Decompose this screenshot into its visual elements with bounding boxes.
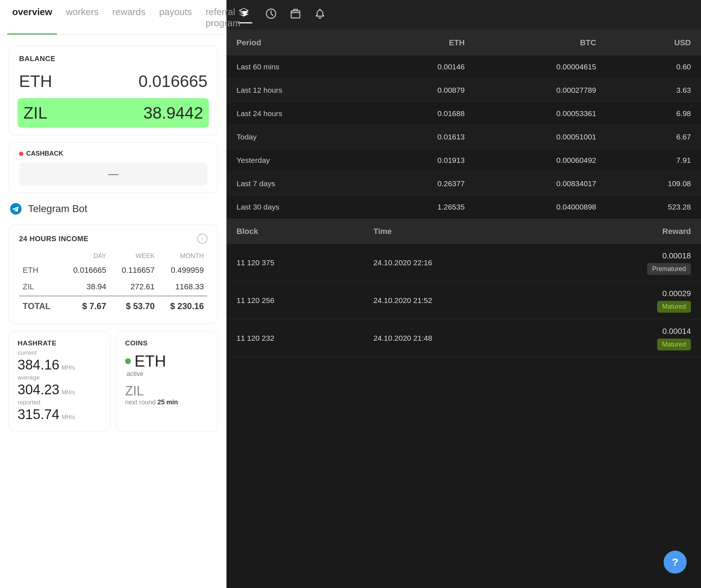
income-table: DAY WEEK MONTH ETH 0.016665 0.116657 0.4… — [19, 250, 207, 315]
blocks-section: Block Time Reward 11 120 375 24.10.2020 … — [226, 219, 701, 357]
eth-4: 0.01913 — [371, 149, 475, 172]
income-eth-week: 0.116657 — [110, 262, 159, 279]
tab-payouts[interactable]: payouts — [154, 0, 197, 35]
col-btc: BTC — [475, 30, 606, 55]
hashrate-average-label: average — [18, 374, 101, 381]
cashback-value: — — [19, 162, 207, 185]
eth-currency: ETH — [19, 72, 52, 91]
tab-overview[interactable]: overview — [7, 0, 57, 35]
eth-coin-status: active — [127, 370, 209, 378]
block-row-0: 11 120 375 24.10.2020 22:16 0.00018 Prem… — [226, 244, 701, 281]
usd-5: 109.08 — [606, 172, 701, 196]
zil-currency: ZIL — [23, 103, 47, 123]
tab-rewards[interactable]: rewards — [107, 0, 150, 35]
col-time: Time — [363, 219, 550, 244]
reward-status-2: Matured — [657, 339, 691, 350]
btc-2: 0.00053361 — [475, 102, 606, 125]
btc-5: 0.00834017 — [475, 172, 606, 196]
block-time-1: 24.10.2020 21:52 — [363, 281, 550, 319]
usd-4: 7.91 — [606, 149, 701, 172]
bottom-cards: HASHRATE current 384.16 MH/s average 304… — [9, 331, 218, 432]
period-2: Last 24 hours — [226, 102, 371, 125]
block-reward-2: 0.00014 Matured — [550, 319, 701, 357]
eth-3: 0.01613 — [371, 125, 475, 149]
coins-title: COINS — [125, 339, 209, 347]
block-row-2: 11 120 232 24.10.2020 21:48 0.00014 Matu… — [226, 319, 701, 357]
cashback-card: CASHBACK — — [9, 142, 218, 193]
eth-coin-name: ETH — [134, 352, 166, 370]
zil-coin-round: next round 25 min — [125, 399, 209, 406]
income-total-day: $ 7.67 — [61, 296, 110, 315]
tab-workers[interactable]: workers — [61, 0, 104, 35]
block-num-1: 11 120 256 — [226, 281, 363, 319]
cashback-label: CASHBACK — [19, 150, 207, 157]
eth-active-dot — [125, 358, 131, 364]
period-0: Last 60 mins — [226, 55, 371, 79]
btc-3: 0.00051001 — [475, 125, 606, 149]
box-icon[interactable] — [290, 8, 301, 22]
income-eth-currency: ETH — [19, 262, 61, 279]
hashrate-current-value: 384.16 — [18, 357, 59, 373]
reward-value-2: 0.00014 — [560, 326, 691, 337]
eth-value: 0.016665 — [138, 72, 207, 91]
help-button[interactable]: ? — [664, 551, 687, 574]
coin-eth[interactable]: ETH active — [125, 352, 209, 378]
earnings-row-3: Today 0.01613 0.00051001 6.67 — [226, 125, 701, 149]
clock-icon[interactable] — [265, 8, 277, 22]
left-panel: overview workers rewards payouts referra… — [0, 0, 226, 588]
income-total-month: $ 230.16 — [158, 296, 207, 315]
usd-2: 6.98 — [606, 102, 701, 125]
zil-value: 38.9442 — [143, 103, 203, 123]
earnings-table-wrap: Period ETH BTC USD Last 60 mins 0.00146 … — [226, 30, 701, 219]
reward-value-0: 0.00018 — [560, 251, 691, 262]
earnings-table: Period ETH BTC USD Last 60 mins 0.00146 … — [226, 30, 701, 219]
usd-3: 6.67 — [606, 125, 701, 149]
earnings-row-5: Last 7 days 0.26377 0.00834017 109.08 — [226, 172, 701, 196]
income-title: 24 HOURS INCOME — [19, 235, 88, 243]
eth-2: 0.01688 — [371, 102, 475, 125]
info-icon[interactable]: i — [197, 234, 207, 244]
income-col-month: MONTH — [158, 250, 207, 262]
eth-6: 1.26535 — [371, 196, 475, 219]
eth-5: 0.26377 — [371, 172, 475, 196]
earnings-row-0: Last 60 mins 0.00146 0.00004615 0.60 — [226, 55, 701, 79]
income-total-label: TOTAL — [19, 296, 61, 315]
usd-1: 3.63 — [606, 79, 701, 102]
block-reward-1: 0.00029 Matured — [550, 281, 701, 319]
balance-label: BALANCE — [19, 55, 207, 63]
hashrate-reported-unit: MH/s — [61, 414, 75, 421]
hashrate-reported-value: 315.74 — [18, 407, 59, 422]
blocks-table-wrap: Block Time Reward 11 120 375 24.10.2020 … — [226, 219, 701, 357]
usd-6: 523.28 — [606, 196, 701, 219]
hashrate-average: average 304.23 MH/s — [18, 374, 101, 398]
income-zil-currency: ZIL — [19, 279, 61, 296]
telegram-row[interactable]: Telegram Bot — [9, 200, 218, 217]
block-num-2: 11 120 232 — [226, 319, 363, 357]
income-col-day: DAY — [61, 250, 110, 262]
bell-icon[interactable] — [314, 8, 326, 22]
right-panel: Period ETH BTC USD Last 60 mins 0.00146 … — [226, 0, 701, 588]
income-eth-day: 0.016665 — [61, 262, 110, 279]
tab-referral[interactable]: referral program — [201, 0, 246, 35]
cashback-dot — [19, 152, 23, 156]
income-zil-day: 38.94 — [61, 279, 110, 296]
right-topbar — [226, 0, 701, 30]
period-1: Last 12 hours — [226, 79, 371, 102]
zil-round-value: 25 min — [157, 399, 178, 406]
block-time-2: 24.10.2020 21:48 — [363, 319, 550, 357]
earnings-header-row: Period ETH BTC USD — [226, 30, 701, 55]
blocks-header-row: Block Time Reward — [226, 219, 701, 244]
col-reward: Reward — [550, 219, 701, 244]
telegram-icon — [9, 202, 23, 216]
hashrate-title: HASHRATE — [18, 339, 101, 347]
hashrate-card: HASHRATE current 384.16 MH/s average 304… — [9, 331, 110, 432]
income-col-week: WEEK — [110, 250, 159, 262]
earnings-row-6: Last 30 days 1.26535 0.04000898 523.28 — [226, 196, 701, 219]
btc-0: 0.00004615 — [475, 55, 606, 79]
income-col-label — [19, 250, 61, 262]
income-row-total: TOTAL $ 7.67 $ 53.70 $ 230.16 — [19, 296, 207, 315]
btc-6: 0.04000898 — [475, 196, 606, 219]
col-block: Block — [226, 219, 363, 244]
hashrate-current-unit: MH/s — [61, 364, 75, 371]
income-total-week: $ 53.70 — [110, 296, 159, 315]
